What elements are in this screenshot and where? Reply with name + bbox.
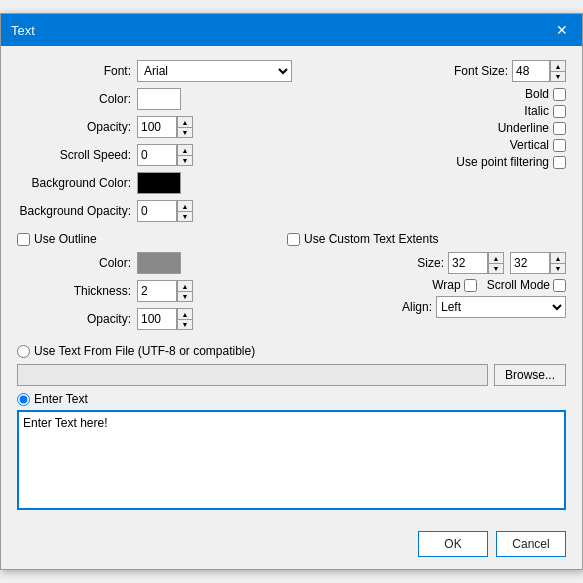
outline-opacity-down[interactable]: ▼ — [177, 319, 193, 330]
outline-thickness-up[interactable]: ▲ — [177, 280, 193, 291]
align-row: Align: Left Center Right — [287, 296, 566, 318]
color-label: Color: — [17, 92, 137, 106]
enter-text-radio[interactable] — [17, 393, 30, 406]
font-size-label: Font Size: — [454, 64, 508, 78]
font-size-down[interactable]: ▼ — [550, 71, 566, 82]
left-section: Font: Arial Times New Roman Courier New … — [17, 60, 292, 228]
title-bar: Text ✕ — [1, 14, 582, 46]
size-h-spinner: 32 ▲ ▼ — [510, 252, 566, 274]
bold-checkbox[interactable] — [553, 88, 566, 101]
use-outline-checkbox[interactable] — [17, 233, 30, 246]
scroll-speed-down[interactable]: ▼ — [177, 155, 193, 166]
bg-opacity-down[interactable]: ▼ — [177, 211, 193, 222]
font-size-row: Font Size: 48 ▲ ▼ — [292, 60, 566, 82]
right-section: Font Size: 48 ▲ ▼ Bold It — [292, 60, 566, 228]
use-text-from-file-row: Use Text From File (UTF-8 or compatible) — [17, 344, 566, 358]
size-label: Size: — [417, 256, 444, 270]
use-custom-checkbox[interactable] — [287, 233, 300, 246]
ok-button[interactable]: OK — [418, 531, 488, 557]
size-h-up[interactable]: ▲ — [550, 252, 566, 263]
top-section: Font: Arial Times New Roman Courier New … — [17, 60, 566, 228]
custom-text-extents-section: Use Custom Text Extents Size: 32 ▲ ▼ 32 — [287, 232, 566, 336]
point-filtering-checkbox[interactable] — [553, 156, 566, 169]
scroll-speed-up[interactable]: ▲ — [177, 144, 193, 155]
wrap-scroll-row: Wrap Scroll Mode — [287, 278, 566, 292]
align-select[interactable]: Left Center Right — [436, 296, 566, 318]
use-custom-label: Use Custom Text Extents — [304, 232, 439, 246]
size-w-up[interactable]: ▲ — [488, 252, 504, 263]
size-h-down[interactable]: ▼ — [550, 263, 566, 274]
close-button[interactable]: ✕ — [552, 20, 572, 40]
outline-thickness-btns: ▲ ▼ — [177, 280, 193, 302]
size-h-input[interactable]: 32 — [510, 252, 550, 274]
underline-row: Underline — [292, 121, 566, 135]
font-label: Font: — [17, 64, 137, 78]
scroll-speed-label: Scroll Speed: — [17, 148, 137, 162]
wrap-label: Wrap — [432, 278, 460, 292]
outline-thickness-label: Thickness: — [17, 284, 137, 298]
outline-thickness-down[interactable]: ▼ — [177, 291, 193, 302]
outline-sub: Color: Thickness: 2 ▲ ▼ — [17, 252, 287, 330]
size-row: Size: 32 ▲ ▼ 32 ▲ ▼ — [287, 252, 566, 274]
text-dialog: Text ✕ Font: Arial Times New Roman Couri… — [0, 13, 583, 570]
scroll-mode-group: Scroll Mode — [487, 278, 566, 292]
point-filtering-row: Use point filtering — [292, 155, 566, 169]
enter-text-radio-row: Enter Text — [17, 392, 566, 406]
outline-color-label: Color: — [17, 256, 137, 270]
outline-thickness-row: Thickness: 2 ▲ ▼ — [17, 280, 287, 302]
font-size-input[interactable]: 48 — [512, 60, 550, 82]
size-w-down[interactable]: ▼ — [488, 263, 504, 274]
size-w-btns: ▲ ▼ — [488, 252, 504, 274]
outline-thickness-input[interactable]: 2 — [137, 280, 177, 302]
vertical-checkbox[interactable] — [553, 139, 566, 152]
bg-opacity-up[interactable]: ▲ — [177, 200, 193, 211]
opacity-input[interactable]: 100 — [137, 116, 177, 138]
italic-checkbox[interactable] — [553, 105, 566, 118]
scroll-speed-input[interactable]: 0 — [137, 144, 177, 166]
cancel-button[interactable]: Cancel — [496, 531, 566, 557]
outline-color-row: Color: — [17, 252, 287, 274]
scroll-speed-btns: ▲ ▼ — [177, 144, 193, 166]
font-select[interactable]: Arial Times New Roman Courier New Verdan… — [137, 60, 292, 82]
use-outline-header: Use Outline — [17, 232, 287, 246]
outline-opacity-input[interactable]: 100 — [137, 308, 177, 330]
underline-checkbox[interactable] — [553, 122, 566, 135]
text-area[interactable]: Enter Text here! — [17, 410, 566, 510]
underline-label: Underline — [498, 121, 549, 135]
use-text-from-file-radio[interactable] — [17, 345, 30, 358]
outline-custom-section: Use Outline Color: Thickness: 2 — [17, 232, 566, 336]
opacity-up[interactable]: ▲ — [177, 116, 193, 127]
vertical-row: Vertical — [292, 138, 566, 152]
color-picker[interactable] — [137, 88, 181, 110]
outline-thickness-spinner: 2 ▲ ▼ — [137, 280, 193, 302]
browse-button[interactable]: Browse... — [494, 364, 566, 386]
wrap-group: Wrap — [432, 278, 476, 292]
enter-text-section: Enter Text Enter Text here! — [17, 392, 566, 513]
align-label: Align: — [402, 300, 432, 314]
font-size-up[interactable]: ▲ — [550, 60, 566, 71]
outline-color-picker[interactable] — [137, 252, 181, 274]
size-w-input[interactable]: 32 — [448, 252, 488, 274]
wrap-checkbox[interactable] — [464, 279, 477, 292]
scroll-speed-spinner: 0 ▲ ▼ — [137, 144, 193, 166]
use-custom-header: Use Custom Text Extents — [287, 232, 566, 246]
dialog-footer: OK Cancel — [1, 523, 582, 569]
font-row: Font: Arial Times New Roman Courier New … — [17, 60, 292, 82]
scroll-mode-checkbox[interactable] — [553, 279, 566, 292]
opacity-spinner: 100 ▲ ▼ — [137, 116, 193, 138]
color-row: Color: — [17, 88, 292, 110]
bg-opacity-label: Background Opacity: — [17, 204, 137, 218]
outline-opacity-label: Opacity: — [17, 312, 137, 326]
file-path-input[interactable] — [17, 364, 488, 386]
opacity-down[interactable]: ▼ — [177, 127, 193, 138]
bg-color-picker[interactable] — [137, 172, 181, 194]
italic-label: Italic — [524, 104, 549, 118]
outline-opacity-up[interactable]: ▲ — [177, 308, 193, 319]
bg-opacity-spinner: 0 ▲ ▼ — [137, 200, 193, 222]
bg-opacity-input[interactable]: 0 — [137, 200, 177, 222]
use-text-from-file-label: Use Text From File (UTF-8 or compatible) — [34, 344, 255, 358]
bg-color-row: Background Color: — [17, 172, 292, 194]
bold-row: Bold — [292, 87, 566, 101]
dialog-body: Font: Arial Times New Roman Courier New … — [1, 46, 582, 523]
scroll-mode-label: Scroll Mode — [487, 278, 550, 292]
